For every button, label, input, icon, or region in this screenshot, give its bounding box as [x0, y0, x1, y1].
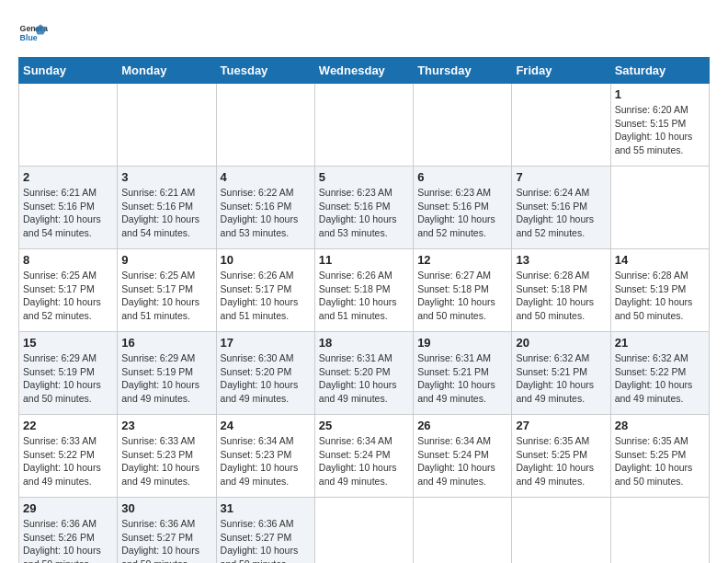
day-number: 7	[516, 170, 606, 184]
day-number: 22	[23, 419, 113, 432]
calendar-cell	[216, 84, 314, 167]
calendar-cell: 25Sunrise: 6:34 AMSunset: 5:24 PMDayligh…	[314, 415, 413, 498]
calendar-cell: 20Sunrise: 6:32 AMSunset: 5:21 PMDayligh…	[512, 332, 610, 415]
day-number: 14	[615, 253, 705, 267]
day-info: Sunrise: 6:29 AMSunset: 5:19 PMDaylight:…	[23, 351, 113, 406]
day-number: 26	[417, 419, 507, 432]
calendar-cell	[19, 84, 118, 167]
day-number: 30	[121, 501, 211, 515]
calendar-cell	[314, 498, 413, 564]
calendar-cell: 10Sunrise: 6:26 AMSunset: 5:17 PMDayligh…	[216, 249, 314, 332]
day-number: 23	[121, 419, 211, 432]
calendar-cell: 31Sunrise: 6:36 AMSunset: 5:27 PMDayligh…	[216, 498, 314, 564]
calendar-cell: 11Sunrise: 6:26 AMSunset: 5:18 PMDayligh…	[314, 249, 413, 332]
day-info: Sunrise: 6:32 AMSunset: 5:22 PMDaylight:…	[615, 351, 705, 406]
calendar-header-wednesday: Wednesday	[314, 58, 413, 84]
calendar-cell: 16Sunrise: 6:29 AMSunset: 5:19 PMDayligh…	[118, 332, 216, 415]
calendar-cell: 12Sunrise: 6:27 AMSunset: 5:18 PMDayligh…	[414, 249, 512, 332]
day-number: 21	[615, 336, 705, 350]
calendar-cell: 28Sunrise: 6:35 AMSunset: 5:25 PMDayligh…	[610, 415, 709, 498]
day-number: 2	[23, 170, 113, 184]
calendar-header-tuesday: Tuesday	[216, 58, 314, 84]
day-number: 18	[319, 336, 409, 350]
calendar-cell: 4Sunrise: 6:22 AMSunset: 5:16 PMDaylight…	[216, 167, 314, 249]
calendar-cell: 29Sunrise: 6:36 AMSunset: 5:26 PMDayligh…	[19, 498, 118, 564]
calendar-cell: 9Sunrise: 6:25 AMSunset: 5:17 PMDaylight…	[118, 249, 216, 332]
calendar-table: SundayMondayTuesdayWednesdayThursdayFrid…	[18, 57, 710, 563]
day-number: 1	[615, 87, 705, 101]
calendar-cell	[610, 167, 709, 249]
day-info: Sunrise: 6:29 AMSunset: 5:19 PMDaylight:…	[121, 351, 211, 406]
calendar-cell: 6Sunrise: 6:23 AMSunset: 5:16 PMDaylight…	[414, 167, 512, 249]
calendar-header-thursday: Thursday	[414, 58, 512, 84]
day-info: Sunrise: 6:23 AMSunset: 5:16 PMDaylight:…	[417, 186, 507, 240]
day-number: 16	[121, 336, 211, 350]
calendar-header-friday: Friday	[512, 58, 610, 84]
calendar-cell: 1Sunrise: 6:20 AMSunset: 5:15 PMDaylight…	[610, 84, 709, 167]
day-info: Sunrise: 6:31 AMSunset: 5:20 PMDaylight:…	[319, 351, 409, 406]
day-info: Sunrise: 6:24 AMSunset: 5:16 PMDaylight:…	[516, 186, 606, 240]
day-info: Sunrise: 6:34 AMSunset: 5:24 PMDaylight:…	[319, 434, 409, 488]
day-number: 8	[23, 253, 113, 267]
day-number: 10	[221, 253, 311, 267]
day-number: 5	[319, 170, 409, 184]
day-info: Sunrise: 6:22 AMSunset: 5:16 PMDaylight:…	[221, 186, 311, 240]
calendar-cell: 14Sunrise: 6:28 AMSunset: 5:19 PMDayligh…	[610, 249, 709, 332]
calendar-cell	[512, 84, 610, 167]
day-info: Sunrise: 6:21 AMSunset: 5:16 PMDaylight:…	[23, 186, 113, 240]
calendar-cell: 13Sunrise: 6:28 AMSunset: 5:18 PMDayligh…	[512, 249, 610, 332]
calendar-header-saturday: Saturday	[610, 58, 709, 84]
page-header: General Blue	[18, 18, 710, 48]
calendar-cell: 21Sunrise: 6:32 AMSunset: 5:22 PMDayligh…	[610, 332, 709, 415]
day-number: 12	[417, 253, 507, 267]
day-number: 28	[615, 419, 705, 432]
day-info: Sunrise: 6:33 AMSunset: 5:22 PMDaylight:…	[23, 434, 113, 488]
calendar-cell: 5Sunrise: 6:23 AMSunset: 5:16 PMDaylight…	[314, 167, 413, 249]
calendar-week-row: 29Sunrise: 6:36 AMSunset: 5:26 PMDayligh…	[19, 498, 710, 564]
day-info: Sunrise: 6:33 AMSunset: 5:23 PMDaylight:…	[121, 434, 211, 488]
day-number: 24	[221, 419, 311, 432]
calendar-cell: 22Sunrise: 6:33 AMSunset: 5:22 PMDayligh…	[19, 415, 118, 498]
day-number: 19	[417, 336, 507, 350]
calendar-cell: 17Sunrise: 6:30 AMSunset: 5:20 PMDayligh…	[216, 332, 314, 415]
calendar-cell: 27Sunrise: 6:35 AMSunset: 5:25 PMDayligh…	[512, 415, 610, 498]
calendar-cell	[512, 498, 610, 564]
day-number: 13	[516, 253, 606, 267]
day-number: 20	[516, 336, 606, 350]
calendar-cell: 18Sunrise: 6:31 AMSunset: 5:20 PMDayligh…	[314, 332, 413, 415]
day-number: 9	[121, 253, 211, 267]
day-info: Sunrise: 6:36 AMSunset: 5:27 PMDaylight:…	[121, 517, 211, 563]
day-info: Sunrise: 6:23 AMSunset: 5:16 PMDaylight:…	[319, 186, 409, 240]
calendar-cell: 8Sunrise: 6:25 AMSunset: 5:17 PMDaylight…	[19, 249, 118, 332]
calendar-week-row: 1Sunrise: 6:20 AMSunset: 5:15 PMDaylight…	[19, 84, 710, 167]
day-info: Sunrise: 6:36 AMSunset: 5:26 PMDaylight:…	[23, 517, 113, 563]
day-info: Sunrise: 6:20 AMSunset: 5:15 PMDaylight:…	[615, 103, 705, 157]
calendar-cell	[414, 84, 512, 167]
day-number: 29	[23, 501, 113, 515]
day-info: Sunrise: 6:35 AMSunset: 5:25 PMDaylight:…	[615, 434, 705, 488]
calendar-week-row: 8Sunrise: 6:25 AMSunset: 5:17 PMDaylight…	[19, 249, 710, 332]
day-number: 11	[319, 253, 409, 267]
day-info: Sunrise: 6:34 AMSunset: 5:23 PMDaylight:…	[221, 434, 311, 488]
day-info: Sunrise: 6:21 AMSunset: 5:16 PMDaylight:…	[121, 186, 211, 240]
day-info: Sunrise: 6:27 AMSunset: 5:18 PMDaylight:…	[417, 269, 507, 323]
day-info: Sunrise: 6:30 AMSunset: 5:20 PMDaylight:…	[221, 351, 311, 406]
calendar-header-sunday: Sunday	[19, 58, 118, 84]
calendar-cell: 23Sunrise: 6:33 AMSunset: 5:23 PMDayligh…	[118, 415, 216, 498]
calendar-week-row: 22Sunrise: 6:33 AMSunset: 5:22 PMDayligh…	[19, 415, 710, 498]
calendar-cell: 30Sunrise: 6:36 AMSunset: 5:27 PMDayligh…	[118, 498, 216, 564]
day-info: Sunrise: 6:35 AMSunset: 5:25 PMDaylight:…	[516, 434, 606, 488]
day-info: Sunrise: 6:31 AMSunset: 5:21 PMDaylight:…	[417, 351, 507, 406]
calendar-cell	[314, 84, 413, 167]
calendar-cell: 7Sunrise: 6:24 AMSunset: 5:16 PMDaylight…	[512, 167, 610, 249]
calendar-cell	[414, 498, 512, 564]
day-info: Sunrise: 6:28 AMSunset: 5:18 PMDaylight:…	[516, 269, 606, 323]
calendar-cell: 26Sunrise: 6:34 AMSunset: 5:24 PMDayligh…	[414, 415, 512, 498]
day-number: 3	[121, 170, 211, 184]
day-info: Sunrise: 6:34 AMSunset: 5:24 PMDaylight:…	[417, 434, 507, 488]
calendar-cell: 3Sunrise: 6:21 AMSunset: 5:16 PMDaylight…	[118, 167, 216, 249]
calendar-cell: 19Sunrise: 6:31 AMSunset: 5:21 PMDayligh…	[414, 332, 512, 415]
day-number: 6	[417, 170, 507, 184]
calendar-week-row: 15Sunrise: 6:29 AMSunset: 5:19 PMDayligh…	[19, 332, 710, 415]
calendar-cell: 2Sunrise: 6:21 AMSunset: 5:16 PMDaylight…	[19, 167, 118, 249]
